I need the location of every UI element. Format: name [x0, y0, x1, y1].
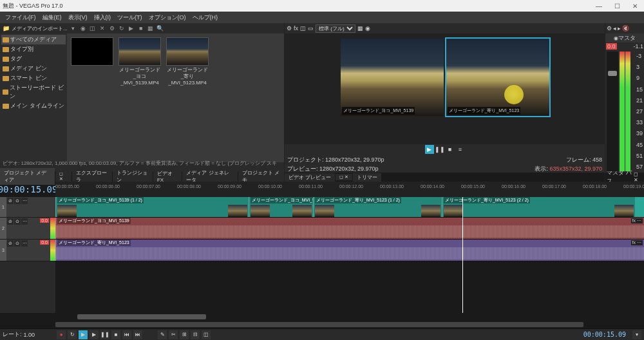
timeline-h-scroll[interactable] [0, 313, 644, 321]
video-clip[interactable]: メリーゴーランド_寄り_MVI_5123 (2 / 2) [442, 197, 635, 217]
zoom-button[interactable]: ▾ [632, 330, 641, 339]
clip-thumb [228, 205, 247, 217]
tab-video-preview[interactable]: ビデオ プレビュー [285, 173, 335, 182]
project-props-icon[interactable]: ⚙ [287, 25, 292, 32]
video-clip[interactable]: メリーゴーランド_ヨコ_MVI_5139 (1 / 2) [55, 197, 249, 217]
external-icon[interactable]: ▭ [308, 25, 314, 32]
audio-clip[interactable]: メリーゴーランド_ヨコ_MVI_5139 fx ⋯ [55, 218, 644, 239]
pause-button[interactable]: ❚❚ [100, 330, 109, 339]
preview-left[interactable]: メリーゴーランド_ヨコ_MVI_5139 [341, 39, 444, 116]
track-header-video[interactable]: 1 ⊘⊙⋯ [0, 197, 55, 218]
refresh-icon[interactable]: ↻ [118, 24, 126, 32]
tree-storyboard-bin[interactable]: ストーリーボード ビン [1, 83, 66, 101]
menu-tools[interactable]: ツール(T) [115, 12, 145, 23]
tool-button[interactable]: ⊞ [180, 330, 189, 339]
toolbar-icon[interactable]: ▾ [70, 24, 77, 32]
import-media-button[interactable]: 📁 [2, 24, 10, 32]
tree-all-media[interactable]: すべてのメディア [1, 35, 66, 44]
stop-icon[interactable]: ■ [137, 24, 145, 32]
audio-clip[interactable]: メリーゴーランド_寄り_MVI_5123 fx ⋯ [55, 240, 644, 261]
tree-by-type[interactable]: タイプ別 [1, 44, 66, 54]
fx-badge[interactable]: fx ⋯ [631, 218, 643, 223]
fx-icon[interactable]: fx [294, 25, 298, 32]
playhead[interactable] [462, 197, 463, 313]
tree-smart-bin[interactable]: スマート ビン [1, 73, 66, 83]
preview-pause-button[interactable]: ❚❚ [435, 145, 444, 154]
play-button[interactable]: ▶ [90, 330, 99, 339]
scroll-thumb[interactable] [77, 314, 206, 319]
tree-media-bin[interactable]: メディア ビン [1, 64, 66, 73]
import-label[interactable]: メディアのインポート... [12, 25, 68, 32]
snapshot-icon[interactable]: ◉ [365, 25, 370, 32]
media-thumb[interactable]: メリーゴーランド_寄り _MVI_5123.MP4 [166, 37, 209, 86]
track-content[interactable]: メリーゴーランド_ヨコ_MVI_5139 (1 / 2)メリーゴーランド_ヨコ_… [55, 197, 644, 313]
menu-options[interactable]: オプション(O) [146, 12, 189, 23]
timeline-ruler[interactable]: 00:00:05.0000:00:06.0000:00:07.0000:00:0… [55, 182, 644, 197]
gear-icon[interactable]: ⚙ [607, 25, 612, 32]
search-icon[interactable]: 🔍 [156, 24, 164, 32]
tab-trimmer[interactable]: トリマー [353, 173, 381, 182]
properties-icon[interactable]: ⚙ [108, 24, 116, 32]
maximize-button[interactable]: ☐ [611, 3, 623, 10]
video-track-lane[interactable]: メリーゴーランド_ヨコ_MVI_5139 (1 / 2)メリーゴーランド_ヨコ_… [55, 197, 644, 218]
scroll-thumb[interactable] [55, 322, 583, 327]
track-header-audio1[interactable]: 2 ⊘⊙⋯0.0 [0, 218, 55, 240]
media-thumb[interactable]: メリーゴーランド_ヨコ _MVI_5139.MP4 [118, 37, 161, 86]
menu-view[interactable]: 表示(V) [66, 12, 90, 23]
more-icon[interactable]: ⋯ [21, 198, 28, 204]
menu-file[interactable]: ファイル(F) [3, 12, 39, 23]
preview-stop-button[interactable]: ■ [446, 145, 455, 154]
close-button[interactable]: ✕ [629, 3, 641, 10]
bypass-icon[interactable]: ⊘ [7, 198, 14, 204]
video-clip[interactable]: メリーゴーランド_ヨコ_MVI_5139 (2 / 2) [249, 197, 313, 217]
play-from-start-button[interactable]: ▶ [79, 330, 88, 339]
tool-button[interactable]: ◫ [202, 330, 211, 339]
next-icon[interactable]: ▸ [618, 25, 621, 32]
tab-project-media[interactable]: プロジェクト メディア [0, 168, 55, 185]
mute-icon[interactable]: ⊘ [7, 218, 14, 225]
play-icon[interactable]: ▶ [128, 24, 135, 32]
overlay-icon[interactable]: ▦ [357, 25, 363, 32]
solo-icon[interactable]: ⊙ [14, 240, 21, 247]
tool-button[interactable]: ✎ [158, 330, 167, 339]
fx-icon[interactable]: ⊙ [14, 198, 21, 204]
more-icon[interactable]: ⋯ [21, 240, 28, 247]
video-clip[interactable]: メリーゴーランド_寄り_MVI_5123 (1 / 2) [313, 197, 442, 217]
record-button[interactable]: ● [57, 330, 66, 339]
preview-quality-select[interactable]: 標準 (フル) [316, 24, 355, 33]
audio-track-1-lane[interactable]: メリーゴーランド_ヨコ_MVI_5139 fx ⋯ [55, 218, 644, 240]
minimize-button[interactable]: — [592, 3, 605, 10]
master-fader[interactable] [607, 52, 618, 171]
track-header-audio2[interactable]: 3 ⊘⊙⋯0.0 [0, 240, 55, 261]
menu-help[interactable]: ヘルプ(H) [190, 12, 221, 23]
tree-tags[interactable]: タグ [1, 54, 66, 64]
views-icon[interactable]: ▦ [147, 24, 155, 32]
stop-button[interactable]: ■ [111, 330, 120, 339]
preview-menu-button[interactable]: ≡ [456, 145, 465, 154]
remove-icon[interactable]: ✕ [99, 24, 106, 32]
more-icon[interactable]: ⋯ [21, 218, 28, 225]
preview-right[interactable]: メリーゴーランド_寄り_MVI_5123 [446, 39, 549, 116]
go-end-button[interactable]: ⏭ [133, 330, 142, 339]
menu-edit[interactable]: 編集(E) [40, 12, 64, 23]
audio-track-2-lane[interactable]: メリーゴーランド_寄り_MVI_5123 fx ⋯ [55, 240, 644, 261]
solo-icon[interactable]: ⊙ [14, 218, 21, 225]
tool-button[interactable]: ✂ [169, 330, 178, 339]
fx-badge[interactable]: fx ⋯ [631, 240, 643, 245]
prev-icon[interactable]: ◂ [613, 25, 616, 32]
media-thumb[interactable] [71, 37, 113, 67]
split-icon[interactable]: ◫ [300, 25, 306, 32]
tool-button[interactable]: ⊟ [191, 330, 200, 339]
fader-handle[interactable] [608, 71, 617, 76]
mute-icon[interactable]: ⊘ [7, 240, 14, 247]
mute-icon[interactable]: 🔇 [622, 25, 629, 32]
loop-button[interactable]: ↻ [68, 330, 77, 339]
preview-play-button[interactable]: ▶ [425, 145, 434, 154]
timeline-zoom-scroll[interactable] [0, 321, 644, 328]
menu-insert[interactable]: 挿入(I) [91, 12, 114, 23]
meter-scale: -3391521273339455157 [636, 52, 643, 171]
capture-icon[interactable]: ◉ [79, 24, 87, 32]
get-media-icon[interactable]: ◫ [89, 24, 97, 32]
go-start-button[interactable]: ⏮ [122, 330, 131, 339]
tree-main-timeline[interactable]: メイン タイムライン [1, 101, 66, 111]
